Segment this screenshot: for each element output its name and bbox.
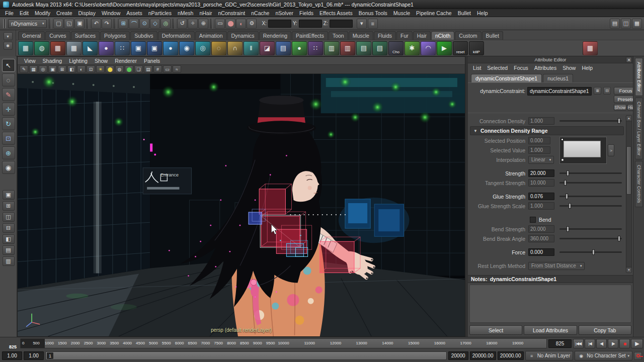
- open-scene-icon[interactable]: ◱: [64, 19, 74, 29]
- menu-ncache[interactable]: nCache: [248, 10, 272, 16]
- shelf-columns-icon[interactable]: ‖: [244, 41, 259, 55]
- menu-nparticles[interactable]: nParticles: [145, 10, 175, 16]
- layout-four-pane-icon[interactable]: ⊞: [3, 201, 15, 211]
- output-connections-icon[interactable]: ✧: [188, 19, 198, 29]
- strength-slider[interactable]: [559, 172, 622, 174]
- shelf-ncloth-red-icon[interactable]: ▦: [50, 41, 65, 55]
- notes-header[interactable]: Notes: dynamicConstraintShape1: [468, 275, 633, 283]
- shelf-tab-fur[interactable]: Fur: [396, 31, 413, 40]
- new-scene-icon[interactable]: ▢: [53, 19, 63, 29]
- shelf-chart-icon[interactable]: ▥: [324, 41, 339, 55]
- shelf-red-bars-icon[interactable]: ▥: [340, 41, 355, 55]
- menu-assets[interactable]: Assets: [123, 10, 145, 16]
- slider-handle[interactable]: [567, 170, 569, 176]
- menu-modify[interactable]: Modify: [32, 10, 53, 16]
- menu-display[interactable]: Display: [75, 10, 98, 16]
- z-coordinate-input[interactable]: [330, 20, 353, 28]
- smooth-shade-icon[interactable]: ⬤: [106, 65, 114, 73]
- load-attributes-button[interactable]: Load Attributes: [524, 325, 577, 335]
- scroll-down-icon[interactable]: ▼: [626, 267, 631, 273]
- shelf-gold-arch-icon[interactable]: ∩: [227, 41, 243, 55]
- glue-strength-field[interactable]: 0.076: [528, 193, 554, 200]
- shelf-magenta-dots-icon[interactable]: ∷: [308, 41, 323, 55]
- bend-strength-slider[interactable]: [559, 228, 622, 230]
- close-icon[interactable]: ✕: [626, 57, 632, 63]
- resolution-gate-icon[interactable]: ≈: [173, 65, 181, 73]
- menu-set-selector[interactable]: nDynamics ▾: [8, 19, 47, 28]
- attribute-scrollbar[interactable]: ▲ ▼: [626, 115, 632, 273]
- wireframe-icon[interactable]: ◍: [115, 65, 124, 73]
- ramp-key-circle[interactable]: [561, 158, 564, 161]
- selected-value-field[interactable]: 1.000: [528, 146, 550, 154]
- tangent-strength-slider[interactable]: [559, 182, 622, 184]
- shelf-maya-swirl-icon[interactable]: ◠: [421, 41, 436, 55]
- ipr-render-icon[interactable]: ◐: [236, 19, 246, 29]
- shelf-tab-fluids[interactable]: Fluids: [374, 31, 396, 40]
- snap-plane-icon[interactable]: ◇: [150, 19, 160, 29]
- slider-handle[interactable]: [618, 236, 620, 241]
- drag-grip[interactable]: [3, 19, 6, 28]
- bend-break-angle-field[interactable]: 360.000: [528, 235, 554, 242]
- shelf-tab-general[interactable]: General: [18, 31, 45, 40]
- node-bracket-icon[interactable]: ⊟: [603, 87, 611, 95]
- input-connections-icon[interactable]: ↺: [177, 19, 187, 29]
- shelf-cube-pair2-icon[interactable]: ▣: [147, 41, 162, 55]
- soft-mod-tool-icon[interactable]: ◉: [2, 161, 15, 174]
- shelf-play-icon[interactable]: ▶: [437, 41, 452, 55]
- viewport-menu-renderer[interactable]: Renderer: [111, 58, 140, 64]
- slider-handle[interactable]: [618, 118, 620, 124]
- menu-edit[interactable]: Edit: [17, 10, 32, 16]
- snap-point-icon[interactable]: ⊙: [139, 19, 149, 29]
- input-line-icon[interactable]: ≡: [368, 19, 378, 29]
- menu-nsolver[interactable]: nSolver: [272, 10, 296, 16]
- viewport-menu-show[interactable]: Show: [91, 58, 111, 64]
- menu-nhair[interactable]: nHair: [196, 10, 215, 16]
- rest-length-method-dropdown[interactable]: From Start Distance▾: [528, 262, 585, 270]
- animation-end-input-2[interactable]: 20000.00: [498, 351, 524, 360]
- shelf-check-rows-icon[interactable]: ▤: [372, 41, 387, 55]
- shelf-tab-dynamics[interactable]: Dynamics: [227, 31, 259, 40]
- dock-tab-character-controls[interactable]: Character Controls: [635, 161, 643, 207]
- lasso-tool-icon[interactable]: ◌: [2, 73, 15, 86]
- select-button[interactable]: Select: [469, 325, 522, 335]
- connection-density-slider[interactable]: [559, 120, 622, 122]
- shelf-tab-subdivs[interactable]: Subdivs: [130, 31, 157, 40]
- film-gate-icon[interactable]: ▭: [163, 65, 172, 73]
- shelf-cube-pair-icon[interactable]: ▣: [131, 41, 146, 55]
- layout-hypershade-icon[interactable]: ▥: [3, 256, 15, 266]
- ramp-gradient[interactable]: [564, 141, 601, 157]
- viewport-menu-panels[interactable]: Panels: [140, 58, 164, 64]
- snap-grid-icon[interactable]: ⊞: [118, 19, 128, 29]
- bend-checkbox[interactable]: [530, 217, 536, 223]
- ae-menu-show[interactable]: Show: [559, 65, 579, 71]
- shelf-tab-menu-icon[interactable]: ▾: [4, 32, 13, 40]
- menu-fields[interactable]: Fields: [296, 10, 316, 16]
- playback-end-input[interactable]: 20000: [448, 351, 468, 360]
- shelf-tab-deformation[interactable]: Deformation: [158, 31, 195, 40]
- shelf-killp-icon[interactable]: killP: [469, 41, 484, 55]
- ramp-key-handle[interactable]: [561, 138, 564, 141]
- bookmarks-icon[interactable]: ◎: [39, 65, 47, 73]
- shelf-red-blue-icon[interactable]: ◪: [260, 41, 275, 55]
- shelf-tab-polygons[interactable]: Polygons: [100, 31, 130, 40]
- connection-density-ramp[interactable]: [559, 137, 607, 164]
- glue-strength-slider[interactable]: [559, 196, 622, 197]
- viewport-menu-lighting[interactable]: Lighting: [65, 58, 91, 64]
- shelf-blue-grid-icon[interactable]: ▤: [276, 41, 291, 55]
- auto-keyframe-icon[interactable]: [634, 352, 642, 360]
- shelf-tab-painteffects[interactable]: PaintEffects: [292, 31, 328, 40]
- shelf-green-bars-icon[interactable]: ▤: [356, 41, 371, 55]
- ae-tab-dynamicconstraintshape1[interactable]: dynamicConstraintShape1: [471, 74, 542, 82]
- toggle-tool-settings-icon[interactable]: ◫: [621, 19, 631, 29]
- shelf-tab-surfaces[interactable]: Surfaces: [71, 31, 100, 40]
- step-back-frame-button[interactable]: ◀|: [596, 339, 607, 348]
- render-current-frame-icon[interactable]: ⬤: [225, 19, 235, 29]
- toggle-attribute-editor-icon[interactable]: ▤: [610, 19, 620, 29]
- exposure-icon[interactable]: ⊡: [87, 65, 95, 73]
- xray-joints-icon[interactable]: ◐: [77, 65, 86, 73]
- character-set-menu[interactable]: ◉ No Character Set ▾: [575, 351, 632, 360]
- toggle-channel-box-icon[interactable]: ▦: [632, 19, 642, 29]
- render-settings-icon[interactable]: ⚙: [247, 19, 257, 29]
- copy-tab-button[interactable]: Copy Tab: [579, 325, 631, 335]
- shelf-tab-ncloth[interactable]: nCloth: [431, 31, 454, 40]
